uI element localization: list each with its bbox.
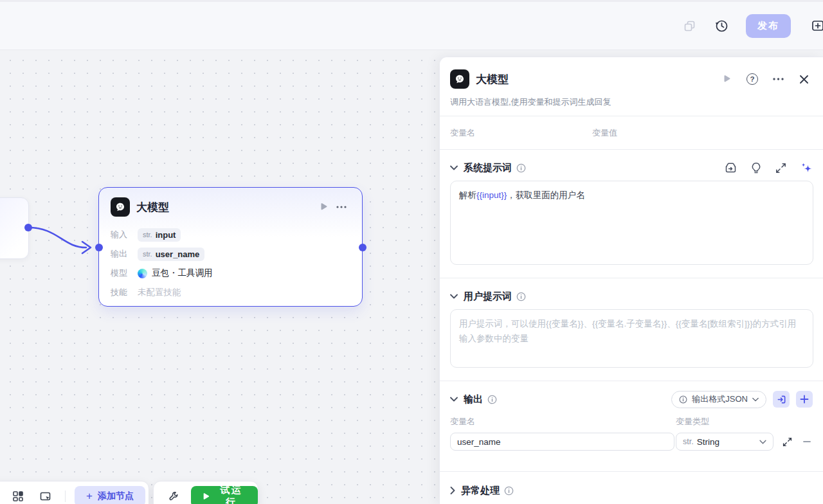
prompt-text: 解析 bbox=[459, 190, 476, 200]
play-icon bbox=[203, 492, 210, 501]
llm-panel-icon bbox=[450, 69, 469, 89]
node-output-port[interactable] bbox=[359, 244, 366, 251]
output-label: 输出 bbox=[111, 248, 129, 260]
exception-section: 异常处理 bbox=[440, 472, 823, 504]
layout-grid-icon[interactable] bbox=[7, 485, 29, 504]
system-prompt-input[interactable]: 解析{{input}}，获取里面的用户名 bbox=[450, 181, 813, 265]
input-variable-name: input bbox=[156, 230, 176, 240]
add-node-button[interactable]: + 添加节点 bbox=[75, 486, 145, 504]
output-variable-name-input[interactable] bbox=[450, 433, 674, 451]
expand-icon[interactable] bbox=[775, 163, 786, 174]
prompt-library-icon[interactable] bbox=[725, 162, 737, 174]
prompt-text-suffix: ，获取里面的用户名 bbox=[507, 190, 585, 200]
workflow-canvas[interactable]: 大模型 输入 str. input 输出 bbox=[0, 50, 439, 504]
model-name: 豆包・工具调用 bbox=[152, 267, 213, 279]
node-more-icon[interactable] bbox=[332, 198, 350, 216]
node-input-row: 输入 str. input bbox=[111, 225, 350, 244]
workflow-editor: 发布 bbox=[0, 0, 823, 504]
input-label: 输入 bbox=[111, 229, 129, 240]
panel-run-icon[interactable] bbox=[718, 70, 736, 88]
history-icon[interactable] bbox=[710, 14, 733, 37]
info-icon[interactable] bbox=[487, 395, 497, 404]
output-section: 输出 输出格式JSON bbox=[440, 381, 823, 472]
select-area-icon[interactable] bbox=[34, 485, 56, 504]
info-icon bbox=[679, 395, 687, 404]
info-icon[interactable] bbox=[516, 292, 526, 302]
input-type-badge: str. bbox=[143, 231, 152, 239]
chevron-down-icon[interactable] bbox=[450, 294, 458, 299]
user-prompt-input[interactable] bbox=[450, 309, 813, 368]
system-prompt-section: 系统提示词 bbox=[440, 150, 823, 278]
type-badge: str. bbox=[683, 437, 694, 446]
remove-row-icon[interactable] bbox=[802, 437, 811, 446]
user-prompt-title: 用户提示词 bbox=[464, 291, 512, 303]
output-format-dropdown[interactable]: 输出格式JSON bbox=[671, 391, 766, 408]
output-type-select[interactable]: str. String bbox=[676, 433, 773, 451]
info-icon[interactable] bbox=[516, 163, 526, 173]
node-config-panel: 大模型 ? 调用大语言模型,使用变量和提示词生成回复 bbox=[439, 57, 823, 504]
var-name-column: 变量名 bbox=[450, 127, 592, 139]
system-prompt-title: 系统提示词 bbox=[464, 162, 512, 174]
duplicate-icon[interactable] bbox=[678, 14, 701, 37]
exception-title: 异常处理 bbox=[461, 485, 500, 497]
output-type-column: 变量类型 bbox=[676, 416, 709, 428]
type-value: String bbox=[697, 437, 756, 447]
save-template-icon[interactable] bbox=[806, 14, 823, 37]
chevron-down-icon bbox=[752, 397, 759, 402]
lightbulb-icon[interactable] bbox=[751, 162, 761, 174]
doubao-model-icon bbox=[138, 269, 147, 278]
output-variable-row: str. String bbox=[450, 433, 813, 451]
input-variable-pill: str. input bbox=[138, 228, 181, 242]
run-toolbar: 试运行 bbox=[153, 481, 258, 504]
skill-label: 技能 bbox=[111, 287, 129, 298]
llm-node[interactable]: 大模型 输入 str. input 输出 bbox=[98, 187, 363, 307]
output-variable-name: user_name bbox=[156, 249, 200, 259]
output-title: 输出 bbox=[464, 393, 483, 406]
ai-optimize-icon[interactable] bbox=[800, 162, 813, 174]
user-prompt-section: 用户提示词 bbox=[440, 278, 823, 381]
help-icon[interactable]: ? bbox=[743, 70, 761, 88]
plus-icon: + bbox=[86, 490, 93, 503]
chevron-down-icon bbox=[759, 440, 766, 444]
input-variables-header: 变量名 变量值 bbox=[440, 116, 823, 150]
output-variable-pill: str. user_name bbox=[138, 248, 204, 261]
node-input-port[interactable] bbox=[95, 244, 103, 251]
publish-button[interactable]: 发布 bbox=[746, 14, 791, 38]
wrench-icon[interactable] bbox=[164, 485, 185, 504]
chevron-down-icon[interactable] bbox=[450, 397, 458, 402]
panel-header: 大模型 ? 调用大语言模型,使用变量和提示词生成回复 bbox=[440, 57, 823, 116]
node-model-row: 模型 豆包・工具调用 bbox=[111, 264, 350, 283]
panel-title: 大模型 bbox=[476, 72, 718, 87]
panel-subtitle: 调用大语言模型,使用变量和提示词生成回复 bbox=[450, 96, 813, 108]
node-skill-row: 技能 未配置技能 bbox=[111, 283, 350, 302]
output-type-badge: str. bbox=[143, 250, 152, 258]
chevron-right-icon[interactable] bbox=[450, 487, 455, 494]
output-name-column: 变量名 bbox=[450, 416, 676, 428]
close-icon[interactable] bbox=[795, 70, 813, 88]
toolbar-divider bbox=[65, 491, 66, 502]
canvas-toolbar: + 添加节点 bbox=[0, 481, 149, 504]
var-value-column: 变量值 bbox=[592, 127, 617, 139]
test-run-button[interactable]: 试运行 bbox=[191, 486, 258, 504]
node-title: 大模型 bbox=[136, 200, 314, 215]
batch-edit-button[interactable] bbox=[773, 391, 790, 408]
node-output-row: 输出 str. user_name bbox=[111, 244, 350, 264]
model-label: 模型 bbox=[111, 267, 129, 279]
info-icon[interactable] bbox=[504, 486, 514, 496]
chevron-down-icon[interactable] bbox=[450, 165, 458, 170]
add-output-button[interactable] bbox=[796, 391, 813, 408]
source-port[interactable] bbox=[24, 224, 32, 231]
top-bar: 发布 bbox=[0, 0, 823, 50]
node-run-icon[interactable] bbox=[314, 198, 332, 216]
panel-more-icon[interactable] bbox=[769, 70, 787, 88]
prompt-variable-token: {{input}} bbox=[476, 190, 507, 200]
llm-node-icon bbox=[111, 197, 130, 217]
skill-value: 未配置技能 bbox=[138, 287, 181, 298]
expand-row-icon[interactable] bbox=[782, 437, 792, 447]
